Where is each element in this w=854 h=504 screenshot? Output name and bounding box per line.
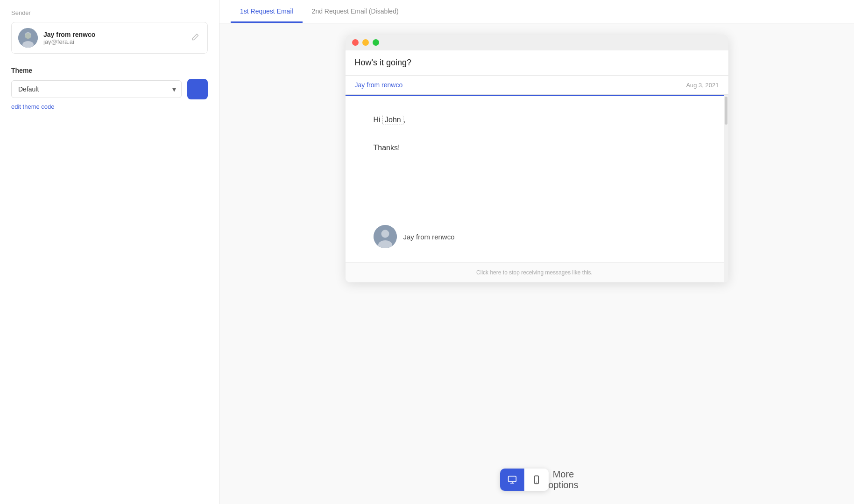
window-close-button[interactable] (352, 39, 359, 46)
email-body: Hi John, Thanks! (346, 96, 724, 217)
email-window-titlebar (346, 35, 728, 50)
sender-card: Jay from renwco jay@fera.ai (11, 22, 208, 54)
preview-area: How's it going? Jay from renwco Aug 3, 2… (219, 23, 854, 504)
sender-info: Jay from renwco jay@fera.ai (43, 31, 95, 45)
email-subject: How's it going? (355, 58, 719, 68)
email-subject-row: How's it going? (346, 50, 728, 76)
email-name-placeholder: John (382, 115, 403, 125)
sig-avatar (374, 225, 397, 248)
email-body-container: Hi John, Thanks! (346, 95, 728, 282)
tab-2nd-request-email[interactable]: 2nd Request Email (Disabled) (303, 0, 408, 23)
email-scrollbar[interactable] (724, 95, 728, 282)
theme-row: Default Modern Classic Minimal ▾ (11, 79, 208, 99)
mobile-view-button[interactable] (524, 469, 549, 491)
email-meta-row: Jay from renwco Aug 3, 2021 (346, 76, 728, 95)
edit-theme-code-link[interactable]: edit theme code (11, 103, 55, 110)
sender-avatar (18, 28, 38, 48)
sender-section-label: Sender (11, 9, 208, 16)
theme-select[interactable]: Default Modern Classic Minimal (11, 80, 182, 98)
view-toggle-group (500, 469, 549, 491)
more-options-button[interactable]: More options (553, 469, 574, 490)
tab-1st-request-email[interactable]: 1st Request Email (231, 0, 303, 23)
window-minimize-button[interactable] (362, 39, 369, 46)
window-maximize-button[interactable] (373, 39, 379, 46)
right-panel: 1st Request Email 2nd Request Email (Dis… (219, 0, 854, 504)
theme-select-wrapper: Default Modern Classic Minimal ▾ (11, 80, 182, 98)
email-from: Jay from renwco (355, 81, 403, 89)
email-date: Aug 3, 2021 (686, 82, 719, 89)
bottom-toolbar: More options (500, 469, 574, 491)
svg-rect-7 (508, 476, 516, 482)
left-panel: Sender Jay from renwco jay@fera.ai Theme (0, 0, 219, 504)
svg-point-3 (25, 33, 31, 39)
tabs-bar: 1st Request Email 2nd Request Email (Dis… (219, 0, 854, 23)
sig-sender-name: Jay from renwco (403, 233, 455, 241)
sender-name: Jay from renwco (43, 31, 95, 38)
email-window: How's it going? Jay from renwco Aug 3, 2… (346, 35, 728, 282)
scrollbar-thumb (725, 97, 727, 125)
desktop-icon (508, 475, 517, 484)
sender-email: jay@fera.ai (43, 38, 95, 45)
email-thanks: Thanks! (374, 144, 696, 152)
theme-label: Theme (11, 67, 208, 74)
pencil-icon (191, 34, 199, 41)
unsubscribe-text[interactable]: Click here to stop receiving messages li… (476, 269, 593, 276)
email-sender-sig: Jay from renwco (346, 217, 724, 262)
desktop-view-button[interactable] (500, 469, 524, 491)
more-options-icon: More options (548, 469, 579, 490)
svg-point-11 (536, 482, 537, 483)
email-content-area: Hi John, Thanks! (346, 95, 724, 282)
mobile-icon (532, 475, 541, 484)
greeting-text: Hi (374, 116, 381, 124)
theme-section: Theme Default Modern Classic Minimal ▾ e… (11, 67, 208, 111)
svg-point-5 (381, 230, 389, 238)
sender-edit-button[interactable] (190, 32, 201, 44)
email-footer: Click here to stop receiving messages li… (346, 262, 724, 282)
theme-color-swatch[interactable] (187, 79, 208, 99)
email-greeting: Hi John, (374, 115, 696, 125)
